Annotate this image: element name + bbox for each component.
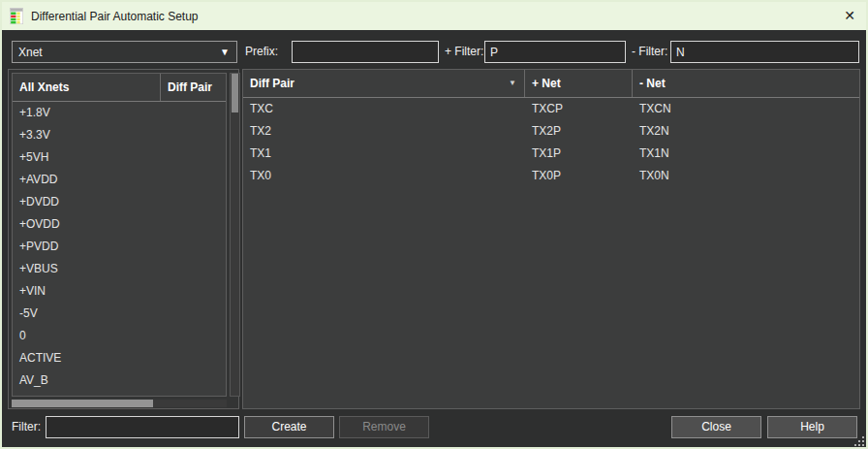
xnet-list-item[interactable]: ACTIVE [13, 347, 226, 369]
xnet-list-item[interactable]: +PVDD [13, 236, 226, 258]
prefix-input[interactable] [292, 41, 439, 63]
horizontal-scrollbar[interactable] [12, 400, 227, 407]
filter-label: Filter: [12, 416, 41, 438]
xnet-list-item[interactable]: +3.3V [13, 124, 226, 146]
plus-net-cell: TXCP [525, 98, 633, 120]
diff-pair-table-icon [10, 8, 23, 24]
diff-pair-row[interactable]: TXC TXCP TXCN [243, 98, 859, 120]
column-header-diff-pair[interactable]: Diff Pair ▼ [243, 70, 525, 97]
vertical-scrollbar[interactable] [230, 73, 240, 397]
xnet-list-item[interactable]: +DVDD [13, 191, 226, 213]
plus-net-cell: TX0P [525, 165, 633, 187]
xnet-list-item[interactable]: 0 [13, 325, 226, 347]
xnet-list-item[interactable]: +5VH [13, 146, 226, 169]
minus-filter-input[interactable] [670, 41, 859, 63]
minus-net-cell: TXCN [633, 98, 859, 120]
minus-net-cell: TX1N [633, 143, 859, 165]
diff-pairs-panel: Diff Pair ▼ + Net - Net TXC TXCP TXCN TX… [242, 69, 860, 409]
xnet-list-item[interactable]: AV_B [13, 369, 226, 392]
minus-filter-label: - Filter: [632, 41, 667, 63]
xnet-list-item[interactable]: +AVDD [13, 169, 226, 191]
xnet-list-item[interactable]: +VBUS [13, 258, 226, 280]
xnet-list-item[interactable]: +1.8V [13, 102, 226, 124]
net-type-value: Xnet [18, 46, 43, 59]
diff-pair-cell: TX2 [243, 120, 525, 143]
diff-pair-row[interactable]: TX0 TX0P TX0N [243, 165, 859, 187]
all-xnets-panel: All Xnets Diff Pair +1.8V +3.3V +5VH +AV… [8, 69, 239, 409]
plus-filter-label: + Filter: [445, 41, 483, 63]
dialog-window: Differential Pair Automatic Setup ✕ Xnet… [0, 0, 868, 449]
close-button[interactable]: Close [671, 416, 761, 438]
sort-indicator-icon: ▼ [509, 70, 516, 97]
column-header-label: Diff Pair [250, 70, 294, 97]
prefix-label: Prefix: [245, 41, 278, 63]
diff-pair-cell: TXC [243, 98, 525, 120]
horizontal-scrollbar-thumb[interactable] [12, 400, 153, 407]
help-button[interactable]: Help [767, 416, 857, 438]
column-header-plus-net[interactable]: + Net [525, 70, 633, 97]
chevron-down-icon: ▼ [220, 47, 230, 57]
all-xnets-table-header: All Xnets Diff Pair [13, 74, 226, 102]
diff-pairs-table-header: Diff Pair ▼ + Net - Net [243, 70, 859, 98]
net-type-dropdown[interactable]: Xnet ▼ [12, 41, 237, 63]
all-xnets-table: All Xnets Diff Pair +1.8V +3.3V +5VH +AV… [12, 73, 227, 397]
resize-grip[interactable] [852, 434, 864, 446]
plus-net-cell: TX2P [525, 120, 633, 143]
remove-button[interactable]: Remove [339, 416, 429, 438]
diff-pair-cell: TX0 [243, 165, 525, 187]
filter-input[interactable] [46, 416, 239, 438]
xnet-list-item[interactable]: +OVDD [13, 213, 226, 236]
minus-net-cell: TX2N [633, 120, 859, 143]
column-header-diff-pair[interactable]: Diff Pair [161, 74, 226, 101]
vertical-scrollbar-thumb[interactable] [232, 74, 238, 112]
title-bar[interactable]: Differential Pair Automatic Setup ✕ [2, 2, 866, 30]
column-header-minus-net[interactable]: - Net [633, 70, 859, 97]
xnet-list-item[interactable]: -5V [13, 303, 226, 325]
diff-pair-row[interactable]: TX2 TX2P TX2N [243, 120, 859, 143]
window-title: Differential Pair Automatic Setup [31, 10, 199, 23]
xnet-list-item[interactable]: +VIN [13, 280, 226, 303]
minus-net-cell: TX0N [633, 165, 859, 187]
close-window-button[interactable]: ✕ [839, 5, 860, 26]
plus-net-cell: TX1P [525, 143, 633, 165]
diff-pair-cell: TX1 [243, 143, 525, 165]
diff-pair-row[interactable]: TX1 TX1P TX1N [243, 143, 859, 165]
create-button[interactable]: Create [244, 416, 334, 438]
close-icon: ✕ [844, 8, 855, 23]
xnet-list-item[interactable]: AV_C [13, 392, 226, 397]
column-header-all-xnets[interactable]: All Xnets [13, 74, 161, 101]
plus-filter-input[interactable] [484, 41, 626, 63]
